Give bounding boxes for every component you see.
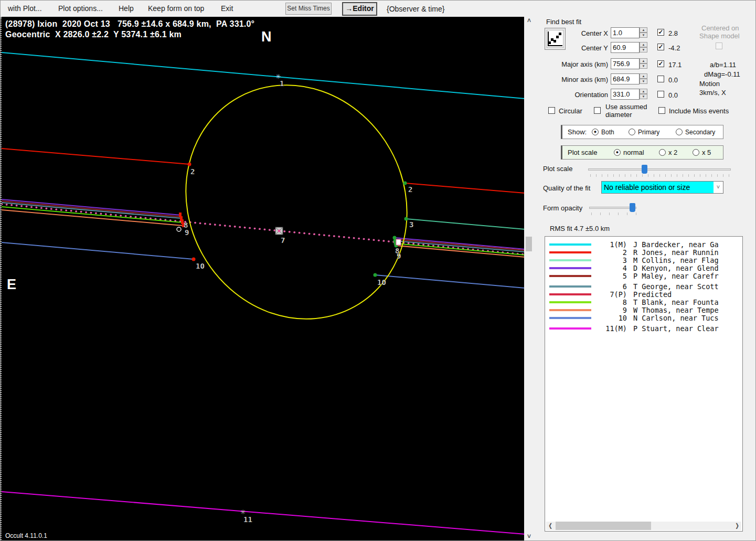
legend-color-swatch: [549, 309, 591, 311]
scale-normal-label: normal: [623, 148, 644, 156]
quality-dropdown[interactable]: No reliable position or size: [601, 181, 723, 194]
app-version-label: Occult 4.11.0.1: [5, 532, 47, 539]
plot-scale-slider-ticks: [590, 174, 731, 177]
use-assumed-diameter-checkbox[interactable]: [594, 107, 601, 114]
legend-row[interactable]: 9W Thomas, near Tempe: [549, 306, 742, 314]
legend-row[interactable]: 10N Carlson, near Tucs: [549, 314, 742, 322]
legend-horizontal-scrollbar[interactable]: ❬ ❭: [546, 522, 741, 530]
fitted-ellipse: [144, 45, 449, 359]
chord-label: 11: [243, 515, 252, 524]
orientation-spinner[interactable]: ▲▼: [640, 89, 647, 100]
legend-row[interactable]: 2R Jones, near Runnin: [549, 248, 742, 256]
adjust-major-checkbox[interactable]: ✓: [657, 60, 664, 67]
menu-keep-on-top[interactable]: Keep form on top: [148, 4, 204, 13]
minor-axis-spinner[interactable]: ▲▼: [640, 73, 647, 84]
legend-chord-number: 8: [597, 298, 627, 306]
legend-observer-name: N Carlson, near Tucs: [633, 314, 719, 322]
show-group: Show: ● Both Primary Secondary: [561, 125, 723, 139]
center-x-spinner[interactable]: ▲▼: [640, 27, 647, 38]
event-marker: [192, 258, 196, 261]
center-marker-dot: [278, 230, 281, 232]
legend-chord-number: 7(P): [597, 290, 627, 299]
legend-row[interactable]: 1(M)J Bardecker, near Ga: [549, 240, 742, 248]
compass-east: E: [7, 277, 16, 293]
time-marker: ✳: [240, 508, 246, 516]
chord-label: 1: [280, 79, 284, 88]
show-primary-label: Primary: [638, 129, 659, 136]
legend-color-swatch: [549, 259, 591, 261]
legend-row[interactable]: 7(P)Predicted: [549, 290, 742, 298]
legend-row[interactable]: 11(M)P Stuart, near Clear: [549, 324, 742, 332]
shape-model-checkbox[interactable]: [716, 43, 722, 49]
show-primary-radio[interactable]: [629, 129, 635, 135]
menu-plot-options[interactable]: Plot options...: [58, 4, 103, 13]
minor-axis-field[interactable]: 684.9: [611, 73, 640, 84]
plot-title-line2: Geocentric X 2826.0 ±2.2 Y 5374.1 ±6.1 k…: [5, 30, 182, 39]
scroll-thumb[interactable]: [526, 237, 532, 251]
adjust-y-checkbox[interactable]: ✓: [657, 44, 664, 50]
scroll-down-icon[interactable]: ˅: [524, 533, 534, 541]
major-axis-field[interactable]: 756.9: [611, 58, 640, 69]
form-opacity-slider-thumb[interactable]: [630, 203, 635, 212]
chord-plot: ✳✳122389789101011: [2, 17, 525, 541]
show-secondary-radio[interactable]: [676, 129, 683, 135]
legend-row[interactable]: 8T Blank, near Founta: [549, 298, 742, 306]
include-miss-events-checkbox[interactable]: [658, 107, 665, 114]
legend-color-swatch: [549, 285, 591, 288]
editor-button[interactable]: →Editor: [342, 2, 377, 16]
chord-1: [2, 52, 525, 99]
major-axis-spinner[interactable]: ▲▼: [640, 58, 647, 69]
scroll-right-icon[interactable]: ❭: [733, 522, 741, 530]
chord-label: 2: [408, 185, 412, 194]
chord-10: [375, 275, 525, 288]
center-y-field[interactable]: 60.9: [611, 42, 640, 53]
scale-normal-radio[interactable]: ●: [614, 149, 621, 156]
scroll-left-icon[interactable]: ❬: [546, 522, 555, 530]
plot-title-line1: (28978) Ixion 2020 Oct 13 756.9 ±14.6 x …: [5, 19, 254, 29]
set-miss-times-button[interactable]: Set Miss Times: [285, 3, 332, 15]
scale-x2-radio[interactable]: [659, 149, 666, 156]
legend-row[interactable]: 6T George, near Scott: [549, 282, 742, 290]
menu-with-plot[interactable]: with Plot...: [8, 4, 42, 13]
adjust-orientation-checkbox[interactable]: [657, 91, 664, 98]
adjust-x-checkbox[interactable]: ✓: [657, 29, 664, 36]
scroll-up-icon[interactable]: ˄: [524, 17, 534, 26]
legend-chord-number: 4: [597, 264, 627, 272]
legend-color-swatch: [549, 327, 591, 330]
legend-row[interactable]: 4D Kenyon, near Glend: [549, 264, 742, 272]
show-both-radio[interactable]: ●: [592, 129, 599, 135]
orientation-field[interactable]: 331.0: [611, 89, 640, 100]
circular-label: Circular: [559, 107, 582, 115]
plot-scale-slider-track[interactable]: [588, 168, 731, 171]
scale-x5-radio[interactable]: [693, 149, 699, 156]
menu-exit[interactable]: Exit: [221, 4, 233, 13]
vertical-scrollbar[interactable]: ˄ ˅: [524, 17, 534, 541]
circular-checkbox[interactable]: [548, 107, 555, 114]
plot-scale-slider-thumb[interactable]: [642, 165, 647, 174]
quality-label: Quality of the fit: [543, 184, 590, 192]
event-marker: [403, 182, 407, 185]
chord-label: 3: [409, 220, 413, 229]
occult-fit-window: with Plot... Plot options... Help Keep f…: [0, 0, 756, 541]
chord-3: [406, 219, 525, 229]
center-y-spinner[interactable]: ▲▼: [640, 42, 647, 53]
legend-row[interactable]: 3M Collins, near Flag: [549, 256, 742, 264]
chord-9: [2, 210, 183, 226]
observer-legend-list[interactable]: 1(M)J Bardecker, near Ga2R Jones, near R…: [545, 236, 743, 532]
compass-north: N: [261, 29, 272, 45]
chord-plot-area[interactable]: ✳✳122389789101011 (28978) Ixion 2020 Oct…: [1, 17, 524, 541]
legend-row[interactable]: 5P Maley, near Carefr: [549, 272, 742, 280]
center-x-field[interactable]: 1.0: [611, 27, 640, 38]
legend-chord-number: 9: [597, 306, 627, 314]
dmag-label: dMag=-0.11: [704, 70, 740, 78]
event-marker: [188, 163, 191, 166]
adjust-minor-checkbox[interactable]: [657, 76, 664, 82]
legend-color-swatch: [549, 267, 591, 269]
legend-scroll-thumb[interactable]: [556, 522, 651, 530]
chevron-down-icon[interactable]: ˅: [714, 182, 723, 193]
adjust-x-value: 2.8: [668, 29, 678, 37]
centered-on-label: Centered on: [701, 24, 739, 32]
menu-help[interactable]: Help: [119, 4, 134, 13]
legend-color-swatch: [549, 243, 591, 246]
legend-color-swatch: [549, 251, 591, 253]
